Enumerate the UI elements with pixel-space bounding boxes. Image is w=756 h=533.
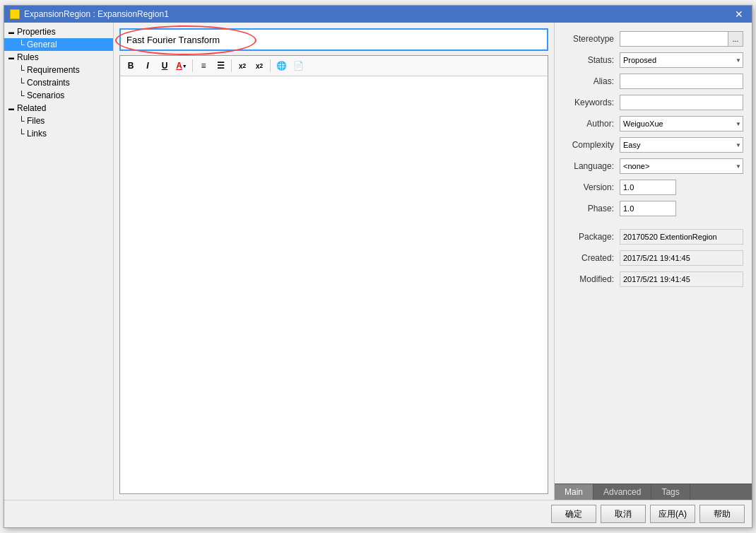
ok-button[interactable]: 确定	[551, 505, 596, 523]
close-button[interactable]: ✕	[732, 9, 746, 19]
created-value: 2017/5/21 19:41:45	[620, 250, 743, 266]
editor-section: B I U A ▼ ≡ ☰ x2 x2	[119, 55, 548, 494]
author-select[interactable]: WeiguoXue	[620, 116, 743, 131]
bullet-list-icon: ≡	[201, 61, 206, 71]
insert-image-button[interactable]: 🌐	[273, 58, 289, 74]
sidebar-label-scenarios: Scenarios	[27, 90, 64, 100]
sidebar-item-general[interactable]: └ General	[4, 38, 113, 51]
editor-toolbar: B I U A ▼ ≡ ☰ x2 x2	[120, 56, 548, 76]
keywords-input[interactable]	[620, 95, 743, 110]
author-select-wrapper: WeiguoXue	[620, 116, 743, 131]
created-label: Created:	[563, 253, 620, 263]
sidebar-item-scenarios[interactable]: └ Scenarios	[4, 89, 113, 102]
file-icon: 📄	[293, 61, 304, 71]
author-label: Author:	[563, 119, 620, 129]
sidebar-item-files[interactable]: └ Files	[4, 115, 113, 127]
phase-input[interactable]: 1.0	[620, 201, 676, 216]
right-panel: Stereotype ... Status: Proposed Approved…	[554, 23, 752, 500]
expander-properties[interactable]: ▬	[7, 28, 16, 36]
insert-file-button[interactable]: 📄	[290, 58, 306, 74]
titlebar-left: ExpansionRegion : ExpansionRegion1	[10, 9, 169, 19]
modified-row: Modified: 2017/5/21 19:41:45	[563, 271, 743, 287]
sidebar-label-related: Related	[17, 103, 46, 113]
language-select[interactable]: <none> Chinese English	[620, 158, 743, 174]
complexity-label: Complexity	[563, 140, 620, 150]
apply-button[interactable]: 应用(A)	[650, 505, 695, 523]
sidebar-item-requirements[interactable]: └ Requirements	[4, 64, 113, 76]
expander-rules[interactable]: ▬	[7, 53, 16, 62]
cancel-button[interactable]: 取消	[601, 505, 646, 523]
main-panel: Fast Fourier Transform B I U A ▼ ≡	[114, 23, 554, 500]
numbered-list-icon: ☰	[217, 61, 225, 71]
status-select[interactable]: Proposed Approved In Progress Complete	[620, 52, 743, 68]
alias-input[interactable]	[620, 74, 743, 89]
image-icon: 🌐	[276, 61, 287, 71]
package-label: Package:	[563, 232, 620, 242]
subscript-button[interactable]: x2	[252, 58, 267, 74]
author-row: Author: WeiguoXue	[563, 116, 743, 131]
version-input[interactable]: 1.0	[620, 180, 676, 195]
name-field-container: Fast Fourier Transform	[119, 28, 548, 51]
numbered-list-button[interactable]: ☰	[213, 58, 228, 74]
package-row: Package: 20170520 ExtentionRegion	[563, 229, 743, 245]
status-row: Status: Proposed Approved In Progress Co…	[563, 52, 743, 68]
editor-body[interactable]	[120, 76, 548, 493]
chevron-down-icon: ▼	[182, 64, 187, 69]
sidebar-label-files: Files	[27, 116, 45, 126]
modified-label: Modified:	[563, 274, 620, 284]
complexity-select-wrapper: Easy Medium Hard	[620, 137, 743, 153]
expander-related[interactable]: ▬	[7, 104, 16, 112]
bottom-bar: 确定 取消 应用(A) 帮助	[4, 500, 752, 527]
sidebar-item-related[interactable]: ▬ Related	[4, 102, 113, 115]
language-label: Language:	[563, 161, 620, 171]
indent-general: └	[18, 40, 27, 49]
complexity-select[interactable]: Easy Medium Hard	[620, 137, 743, 153]
italic-button[interactable]: I	[140, 58, 155, 74]
sidebar-item-rules[interactable]: ▬ Rules	[4, 51, 113, 64]
tab-advanced[interactable]: Advanced	[593, 484, 651, 500]
sidebar-item-constraints[interactable]: └ Constraints	[4, 76, 113, 89]
underline-button[interactable]: U	[157, 58, 172, 74]
stereotype-input[interactable]	[620, 31, 728, 47]
form-divider-1	[563, 222, 743, 229]
created-row: Created: 2017/5/21 19:41:45	[563, 250, 743, 266]
help-button[interactable]: 帮助	[699, 505, 745, 523]
complexity-row: Complexity Easy Medium Hard	[563, 137, 743, 153]
window-icon	[10, 9, 20, 19]
content-area: ▬ Properties └ General ▬ Rules └ Require…	[4, 23, 752, 500]
sidebar-item-links[interactable]: └ Links	[4, 127, 113, 140]
tab-main[interactable]: Main	[555, 484, 593, 500]
keywords-label: Keywords:	[563, 98, 620, 107]
superscript-button[interactable]: x2	[235, 58, 250, 74]
tab-bar: Main Advanced Tags	[555, 484, 752, 500]
stereotype-browse-button[interactable]: ...	[728, 31, 743, 47]
indent-files: └	[18, 116, 27, 126]
sidebar-label-general: General	[27, 40, 57, 49]
stereotype-input-container: ...	[620, 31, 743, 47]
status-select-wrapper: Proposed Approved In Progress Complete	[620, 52, 743, 68]
bullet-list-button[interactable]: ≡	[196, 58, 211, 74]
modified-value: 2017/5/21 19:41:45	[620, 271, 743, 287]
indent-requirements: └	[18, 65, 27, 75]
alias-label: Alias:	[563, 76, 620, 86]
sidebar-label-properties: Properties	[17, 27, 56, 37]
font-color-icon: A	[176, 61, 182, 71]
package-value: 20170520 ExtentionRegion	[620, 229, 743, 245]
main-window: ExpansionRegion : ExpansionRegion1 ✕ ▬ P…	[4, 5, 752, 528]
indent-constraints: └	[18, 78, 27, 88]
sidebar-label-links: Links	[27, 129, 47, 139]
sidebar-label-requirements: Requirements	[27, 65, 80, 75]
version-label: Version:	[563, 182, 620, 192]
indent-scenarios: └	[18, 90, 27, 100]
tab-tags[interactable]: Tags	[651, 484, 690, 500]
alias-row: Alias:	[563, 74, 743, 89]
name-input[interactable]: Fast Fourier Transform	[119, 28, 548, 51]
bold-button[interactable]: B	[123, 58, 138, 74]
window-title: ExpansionRegion : ExpansionRegion1	[24, 9, 169, 19]
phase-label: Phase:	[563, 204, 620, 213]
sidebar: ▬ Properties └ General ▬ Rules └ Require…	[4, 23, 114, 500]
right-content: Stereotype ... Status: Proposed Approved…	[555, 23, 752, 484]
language-select-wrapper: <none> Chinese English	[620, 158, 743, 174]
sidebar-item-properties[interactable]: ▬ Properties	[4, 25, 113, 38]
font-color-button[interactable]: A ▼	[174, 58, 189, 74]
